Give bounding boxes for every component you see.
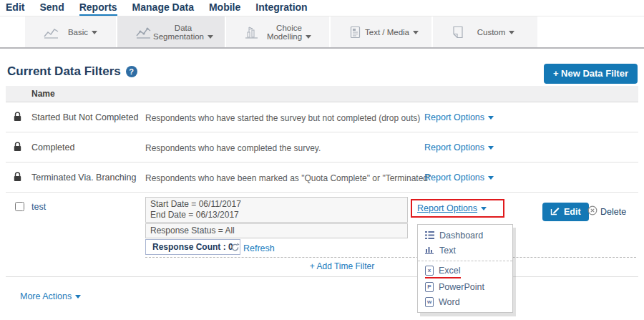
filter-name[interactable]: test [31,202,46,212]
chevron-down-icon [488,116,494,120]
chevron-down-icon [208,35,213,39]
nav-reports[interactable]: Reports [79,1,117,16]
edit-button[interactable]: Edit [542,203,589,221]
lock-icon [14,142,21,155]
new-data-filter-button[interactable]: + New Data Filter [544,64,638,84]
menu-item-text[interactable]: Text [418,243,512,258]
dashboard-list-icon [425,229,434,242]
tab-custom[interactable]: Custom [433,16,537,47]
more-actions-link[interactable]: More Actions [20,291,81,301]
chevron-down-icon [306,35,311,39]
name-column-header: Name [31,86,55,102]
chevron-down-icon [481,207,487,210]
filter-description: Respondents who have been marked as "Quo… [145,173,431,183]
filter-description: Respondents who have completed the surve… [145,143,321,153]
report-type-tabbar: Basic Data Segmentation Choice Modelling… [0,16,644,49]
table-row: Terminated Via. Branching Respondents wh… [6,163,638,193]
news-icon [349,26,362,39]
filter-name: Terminated Via. Branching [31,173,136,183]
report-options-link[interactable]: Report Options [424,112,494,122]
bar-chart-icon [425,244,434,257]
menu-item-label: Excel [439,266,461,276]
delete-circle-icon [587,205,597,218]
lock-icon [14,112,21,125]
chevron-down-icon [509,31,514,34]
nav-integration[interactable]: Integration [255,1,307,14]
table-row: Started But Not Completed Respondents wh… [6,102,638,132]
nav-manage-data[interactable]: Manage Data [132,1,194,14]
refresh-label: Refresh [243,243,275,253]
chevron-down-icon [92,31,97,34]
filter-description: Respondents who have started the survey … [145,113,420,123]
menu-item-word[interactable]: w Word [418,294,512,309]
menu-item-label: Word [439,297,460,307]
tab-text-media[interactable]: Text / Media [331,16,431,47]
menu-item-label: Dashboard [439,231,483,241]
tab-text-media-label: Text / Media [362,28,431,37]
segmentation-chart-icon [136,26,152,39]
menu-item-excel[interactable]: x Excel [418,264,512,279]
edit-button-label: Edit [564,207,581,217]
tab-choice-modelling[interactable]: Choice Modelling [226,16,329,47]
excel-file-icon: x [425,266,434,276]
response-count-badge: Response Count : 0 [145,239,240,255]
line-chart-icon [44,26,59,39]
chevron-down-icon [75,295,81,299]
report-options-dropdown: Dashboard Text x Excel P PowerPoint [417,224,513,313]
report-options-link[interactable]: Report Options [424,173,494,183]
tab-basic-label: Basic [59,28,116,37]
response-status-box: Response Status = All [145,223,408,238]
page-title: Current Data Filters [7,64,121,79]
report-options-link[interactable]: Report Options [417,203,487,213]
table-row-expanded: test Start Date = 06/11/2017 End Date = … [6,193,638,277]
chevron-down-icon [413,31,419,34]
tab-custom-label: Custom [464,28,537,37]
table-header-row: Name [6,86,638,102]
nav-edit[interactable]: Edit [6,1,24,14]
menu-item-label: PowerPoint [439,282,484,292]
refresh-icon [230,242,240,255]
lock-icon [14,172,21,185]
nav-send[interactable]: Send [39,1,64,14]
tab-data-segmentation[interactable]: Data Segmentation [117,16,225,47]
top-nav: Edit Send Reports Manage Data Mobile Int… [6,1,308,16]
delete-label: Delete [600,207,626,217]
word-file-icon: w [425,297,434,307]
date-range-box: Start Date = 06/11/2017 End Date = 06/13… [145,197,408,223]
table-row: Completed Respondents who have completed… [6,132,638,163]
row-checkbox[interactable] [15,202,24,211]
report-options-link[interactable]: Report Options [424,142,494,152]
start-date-value: Start Date = 06/11/2017 [150,199,403,210]
data-filters-table: Name Started But Not Completed Responden… [6,86,638,277]
help-icon[interactable]: ? [126,66,137,77]
tab-choice-modelling-label: Choice Modelling [259,24,329,41]
report-options-annotation: Report Options [411,199,504,218]
chevron-down-icon [488,146,494,150]
refresh-link[interactable]: Refresh [230,242,275,255]
end-date-value: End Date = 06/13/2017 [150,210,403,220]
menu-item-dashboard[interactable]: Dashboard [418,228,512,243]
chevron-down-icon [488,176,494,180]
menu-divider [418,261,512,261]
page-header: Current Data Filters ? [7,64,137,79]
survey-reports-page: Edit Send Reports Manage Data Mobile Int… [0,0,644,320]
tab-basic[interactable]: Basic [25,16,116,47]
filter-name: Completed [31,142,74,152]
tab-data-segmentation-label: Data Segmentation [152,24,225,41]
custom-page-icon [452,26,464,39]
time-filter-divider [145,257,636,258]
delete-link[interactable]: Delete [587,205,626,218]
choice-chart-icon [245,26,259,39]
nav-mobile[interactable]: Mobile [209,1,240,14]
filter-name: Started But Not Completed [31,112,138,122]
powerpoint-file-icon: P [425,282,434,292]
menu-item-label: Text [439,246,456,256]
menu-item-powerpoint[interactable]: P PowerPoint [418,279,512,294]
pencil-icon [550,206,560,218]
